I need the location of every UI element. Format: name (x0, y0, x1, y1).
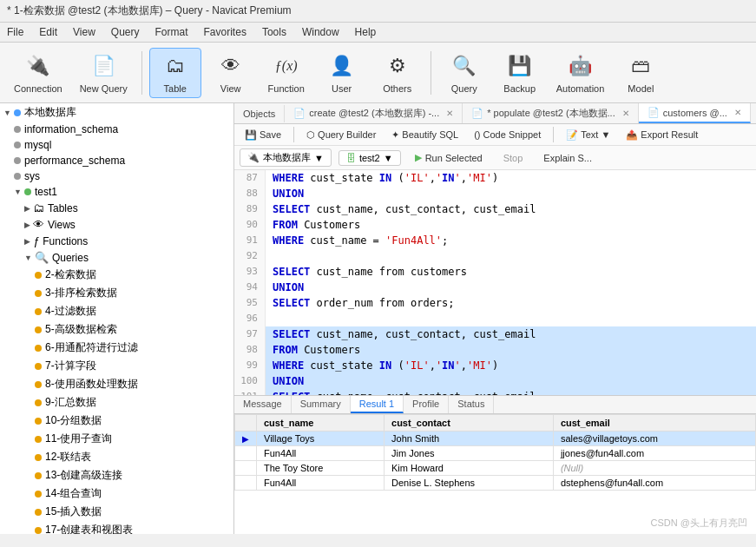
line-number-93: 93 (234, 264, 266, 280)
expand-arrow-queries: ▼ (24, 254, 32, 262)
toolbar-table[interactable]: 🗂 Table (149, 48, 201, 98)
sidebar-item-local-db[interactable]: ▼ 本地数据库 (0, 103, 233, 122)
line-content-93: SELECT cust_name from customers (266, 264, 467, 280)
sidebar-item-q11[interactable]: 11-使用子查询 (0, 430, 233, 448)
table-row[interactable]: The Toy StoreKim Howard(Null) (235, 461, 756, 476)
toolbar-new-query[interactable]: 📄 New Query (73, 49, 135, 97)
sidebar-q17-label: 17-创建表和视图表 (45, 523, 133, 534)
toolbar-backup[interactable]: 💾 Backup (494, 49, 546, 97)
table-row[interactable]: ▶Village ToysJohn Smithsales@villagetoys… (235, 432, 756, 446)
sidebar-item-tables[interactable]: ▶ 🗂 Tables (0, 200, 233, 216)
toolbar-others[interactable]: ⚙ Others (371, 49, 424, 97)
result-tab-message[interactable]: Message (234, 396, 292, 413)
toolbar-function[interactable]: ƒ(x) Function (260, 49, 312, 97)
result-tab-summary[interactable]: Summary (292, 396, 351, 413)
export-button[interactable]: 📤 Export Result (621, 128, 703, 142)
menu-help[interactable]: Help (348, 24, 384, 40)
sidebar-item-q15[interactable]: 15-插入数据 (0, 503, 233, 521)
sidebar-item-q2[interactable]: 2-检索数据 (0, 266, 233, 284)
col-header-cust-name[interactable]: cust_name (257, 415, 385, 432)
menu-view[interactable]: View (66, 24, 102, 40)
sidebar-item-q9[interactable]: 9-汇总数据 (0, 393, 233, 412)
toolbar-connection[interactable]: 🔌 Connection (7, 49, 69, 97)
tab-create[interactable]: 📄 create @test2 (本地数据库) -... ✕ (285, 103, 463, 123)
text-button[interactable]: 📝 Text ▼ (561, 128, 615, 142)
line-number-97: 97 (234, 326, 266, 342)
db1-label: 本地数据库 (263, 151, 311, 164)
table-row[interactable]: Fun4AllDenise L. Stephensdstephens@fun4a… (235, 476, 756, 491)
sidebar-q14-label: 14-组合查询 (45, 486, 102, 501)
tab-customers-close[interactable]: ✕ (734, 108, 741, 117)
col-header-cust-email[interactable]: cust_email (553, 415, 755, 432)
query-icon: 🔍 (450, 52, 478, 80)
tab-create-close[interactable]: ✕ (446, 109, 453, 118)
sidebar-item-q8[interactable]: 8-使用函数处理数据 (0, 375, 233, 393)
sidebar-info-schema-label: information_schema (24, 123, 118, 135)
sidebar-item-q10[interactable]: 10-分组数据 (0, 412, 233, 430)
run-label: Run Selected (425, 153, 483, 163)
menu-edit[interactable]: Edit (32, 24, 64, 40)
result-tab-result1[interactable]: Result 1 (351, 396, 404, 413)
explain-button[interactable]: Explain S... (536, 151, 599, 165)
sidebar-item-q17[interactable]: 17-创建表和视图表 (0, 521, 233, 534)
toolbar-user[interactable]: 👤 User (316, 49, 368, 97)
code-line-95: 95SELECT order_num from orders; (234, 295, 756, 311)
sidebar-item-q13[interactable]: 13-创建高级连接 (0, 466, 233, 484)
sidebar-item-info-schema[interactable]: information_schema (0, 122, 233, 137)
menu-bar: File Edit View Query Format Favorites To… (0, 23, 756, 43)
tab-populate[interactable]: 📄 * populate @test2 (本地数据... ✕ (463, 103, 639, 123)
sidebar-item-q5[interactable]: 5-高级数据检索 (0, 320, 233, 339)
col-header-cust-contact[interactable]: cust_contact (385, 415, 554, 432)
stop-button[interactable]: Stop (496, 151, 530, 165)
toolbar-automation[interactable]: 🤖 Automation (549, 49, 612, 97)
toolbar-view[interactable]: 👁 View (205, 49, 257, 97)
menu-format[interactable]: Format (148, 24, 195, 40)
tab-customers[interactable]: 📄 customers @... ✕ (639, 103, 751, 123)
menu-file[interactable]: File (0, 24, 30, 40)
toolbar-new-query-label: New Query (80, 83, 128, 94)
toolbar-divider-2 (431, 51, 431, 95)
sidebar-item-q14[interactable]: 14-组合查询 (0, 484, 233, 503)
cell-cust_email: (Null) (553, 461, 755, 476)
sidebar-item-queries[interactable]: ▼ 🔍 Queries (0, 249, 233, 266)
sidebar-item-q7[interactable]: 7-计算字段 (0, 357, 233, 375)
toolbar-query[interactable]: 🔍 Query (438, 49, 490, 97)
toolbar-automation-label: Automation (556, 83, 605, 94)
line-number-96: 96 (234, 311, 266, 326)
menu-query[interactable]: Query (104, 24, 147, 40)
sidebar-item-functions[interactable]: ▶ ƒ Functions (0, 233, 233, 249)
db-select-1[interactable]: 🔌 本地数据库 ▼ (240, 148, 332, 167)
save-button[interactable]: 💾 Save (240, 128, 286, 142)
db-select-2[interactable]: 🗄 test2 ▼ (339, 150, 401, 166)
db1-chevron: ▼ (314, 153, 324, 163)
code-snippet-button[interactable]: () Code Snippet (469, 128, 546, 142)
sidebar-item-q6[interactable]: 6-用通配符进行过滤 (0, 339, 233, 357)
db2-chevron: ▼ (384, 153, 393, 163)
sidebar-item-views[interactable]: ▶ 👁 Views (0, 216, 233, 233)
sidebar-item-q4[interactable]: 4-过滤数据 (0, 302, 233, 320)
tab-populate-close[interactable]: ✕ (622, 109, 629, 118)
tab-objects[interactable]: Objects (234, 105, 285, 122)
menu-window[interactable]: Window (295, 24, 346, 40)
sidebar-item-sys[interactable]: sys (0, 168, 233, 184)
beautify-button[interactable]: ✦ Beautify SQL (386, 128, 463, 142)
query-builder-button[interactable]: ⬡ Query Builder (301, 128, 381, 142)
result-tab-status[interactable]: Status (449, 396, 494, 413)
sidebar-item-mysql[interactable]: mysql (0, 137, 233, 153)
db-selector-bar: 🔌 本地数据库 ▼ 🗄 test2 ▼ ▶ Run Selected Stop … (234, 146, 756, 170)
run-selected-button[interactable]: ▶ Run Selected (408, 150, 490, 165)
sidebar-item-q12[interactable]: 12-联结表 (0, 448, 233, 466)
menu-tools[interactable]: Tools (255, 24, 293, 40)
dot-perf-schema (14, 157, 21, 164)
cell-cust_name: Fun4All (257, 446, 385, 461)
sidebar-item-test1[interactable]: ▼ test1 (0, 184, 233, 200)
result-tab-profile[interactable]: Profile (404, 396, 449, 413)
menu-favorites[interactable]: Favorites (197, 24, 253, 40)
toolbar-model[interactable]: 🗃 Model (615, 49, 667, 97)
results-area: Message Summary Result 1 Profile Status … (234, 395, 756, 534)
toolbar-connection-label: Connection (14, 83, 62, 94)
code-editor[interactable]: 87WHERE cust_state IN ('IL','IN','MI')88… (234, 170, 756, 395)
table-row[interactable]: Fun4AllJim Jonesjjones@fun4all.com (235, 446, 756, 461)
sidebar-item-perf-schema[interactable]: performance_schema (0, 153, 233, 168)
sidebar-item-q3[interactable]: 3-排序检索数据 (0, 284, 233, 302)
